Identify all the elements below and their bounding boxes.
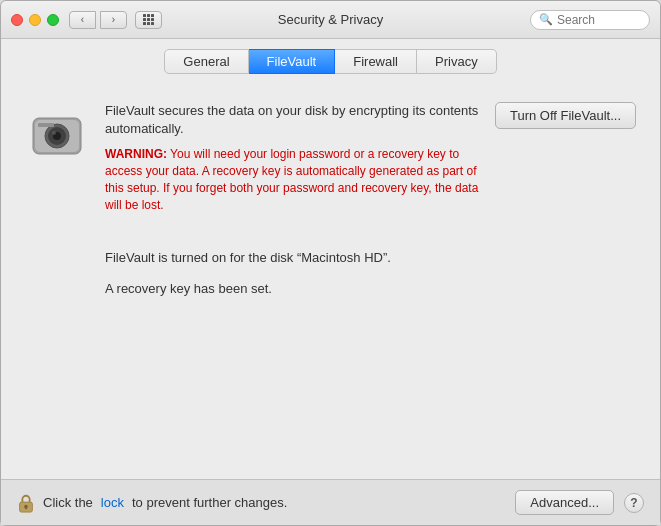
traffic-lights — [11, 14, 59, 26]
main-window: ‹ › Security & Privacy 🔍 General FileVau… — [0, 0, 661, 526]
bottom-bar: Click the lock to prevent further change… — [1, 479, 660, 525]
filevault-header: FileVault secures the data on your disk … — [25, 102, 636, 214]
maximize-button[interactable] — [47, 14, 59, 26]
back-button[interactable]: ‹ — [69, 11, 96, 29]
tab-general[interactable]: General — [164, 49, 248, 74]
tab-bar: General FileVault Firewall Privacy — [1, 39, 660, 82]
lock-icon — [17, 493, 35, 513]
bottom-right: Advanced... ? — [515, 490, 644, 515]
turn-off-filevault-button[interactable]: Turn Off FileVault... — [495, 102, 636, 129]
content-area: FileVault secures the data on your disk … — [1, 82, 660, 479]
lock-link[interactable]: lock — [101, 495, 124, 510]
tab-filevault[interactable]: FileVault — [249, 49, 336, 74]
warning-label: WARNING: — [105, 147, 167, 161]
svg-point-5 — [52, 131, 56, 135]
forward-button[interactable]: › — [100, 11, 127, 29]
tab-firewall[interactable]: Firewall — [335, 49, 417, 74]
tab-privacy[interactable]: Privacy — [417, 49, 497, 74]
filevault-status-text: FileVault is turned on for the disk “Mac… — [105, 250, 636, 265]
minimize-button[interactable] — [29, 14, 41, 26]
grid-button[interactable] — [135, 11, 162, 29]
lock-text-after: to prevent further changes. — [132, 495, 287, 510]
description-text: FileVault secures the data on your disk … — [105, 102, 479, 138]
help-button[interactable]: ? — [624, 493, 644, 513]
recovery-key-text: A recovery key has been set. — [105, 281, 636, 296]
svg-rect-6 — [38, 123, 54, 127]
titlebar: ‹ › Security & Privacy 🔍 — [1, 1, 660, 39]
lock-area: Click the lock to prevent further change… — [17, 493, 287, 513]
grid-icon — [143, 14, 154, 25]
nav-buttons: ‹ › — [69, 11, 127, 29]
svg-rect-9 — [25, 506, 27, 509]
filevault-icon — [25, 102, 89, 166]
close-button[interactable] — [11, 14, 23, 26]
search-input[interactable] — [557, 13, 637, 27]
search-box[interactable]: 🔍 — [530, 10, 650, 30]
warning-text: WARNING: You will need your login passwo… — [105, 146, 479, 213]
window-title: Security & Privacy — [278, 12, 383, 27]
search-icon: 🔍 — [539, 13, 553, 26]
lock-text-before: Click the — [43, 495, 93, 510]
advanced-button[interactable]: Advanced... — [515, 490, 614, 515]
header-text: FileVault secures the data on your disk … — [105, 102, 479, 214]
